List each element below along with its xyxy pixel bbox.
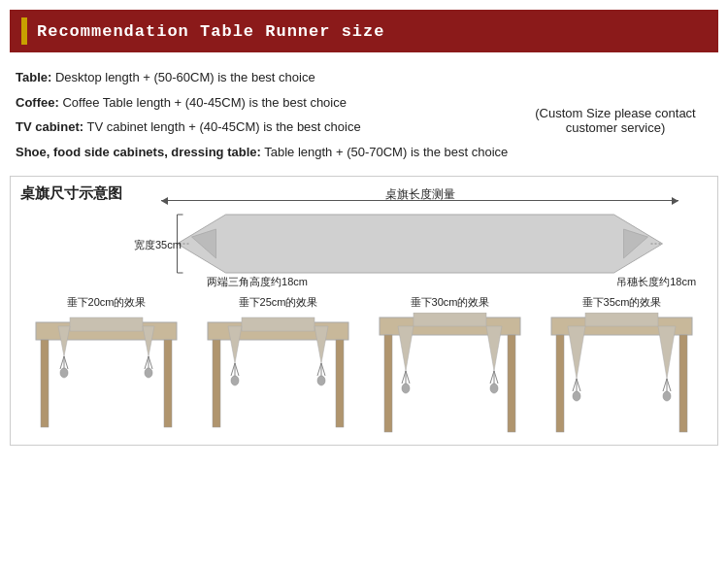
shoe-info: Shoe, food side cabinets, dressing table… bbox=[16, 141, 518, 165]
drop-item-20: 垂下20cm的效果 bbox=[20, 295, 192, 439]
info-left: Table: Desktop length + (50-60CM) is the… bbox=[16, 66, 518, 166]
svg-marker-56 bbox=[658, 326, 676, 379]
svg-point-32 bbox=[231, 376, 239, 385]
svg-line-15 bbox=[60, 356, 64, 369]
drop-diagrams: 垂下20cm的效果 bbox=[20, 295, 708, 439]
svg-line-47 bbox=[490, 371, 494, 384]
svg-rect-39 bbox=[508, 335, 515, 432]
length-arrow bbox=[161, 200, 679, 201]
runner-diagram: 桌旗长度测量 bbox=[132, 184, 708, 291]
tri-label-right: 吊穗长度约18cm bbox=[616, 275, 696, 289]
svg-line-63 bbox=[667, 379, 671, 391]
svg-point-36 bbox=[317, 376, 325, 385]
table-label: Table: bbox=[16, 70, 51, 84]
custom-text: (Custom Size please contact customer ser… bbox=[518, 106, 712, 135]
drop-label-25: 垂下25cm的效果 bbox=[239, 295, 318, 310]
svg-marker-27 bbox=[228, 326, 242, 363]
shoe-text: Table length + (50-70CM) is the best cho… bbox=[264, 145, 508, 159]
svg-line-61 bbox=[663, 379, 667, 391]
svg-rect-25 bbox=[336, 340, 344, 427]
width-label: 宽度35cm bbox=[134, 238, 182, 252]
svg-line-29 bbox=[231, 363, 235, 376]
tv-label: TV cabinet: bbox=[16, 119, 83, 134]
coffee-label: Coffee: bbox=[16, 95, 59, 110]
tv-text: TV cabinet length + (40-45CM) is the bes… bbox=[86, 119, 360, 134]
svg-rect-12 bbox=[70, 317, 143, 331]
runner-svg bbox=[132, 210, 708, 283]
custom-size-note: (Custom Size please contact customer ser… bbox=[518, 66, 712, 166]
drop-item-25: 垂下25cm的效果 bbox=[192, 295, 364, 439]
svg-rect-38 bbox=[384, 335, 392, 432]
svg-marker-55 bbox=[568, 326, 585, 379]
svg-marker-41 bbox=[398, 326, 414, 371]
info-section: Table: Desktop length + (50-60CM) is the… bbox=[0, 60, 728, 170]
header-accent bbox=[21, 17, 27, 45]
drop-svg-35 bbox=[536, 313, 708, 439]
drop-svg-30 bbox=[364, 313, 536, 439]
svg-point-50 bbox=[490, 384, 498, 393]
tv-info: TV cabinet: TV cabinet length + (40-45CM… bbox=[16, 116, 518, 140]
svg-rect-40 bbox=[414, 313, 486, 326]
svg-marker-13 bbox=[58, 326, 70, 356]
svg-point-64 bbox=[663, 391, 671, 401]
svg-point-60 bbox=[573, 391, 580, 401]
svg-marker-28 bbox=[314, 326, 328, 363]
svg-rect-53 bbox=[679, 335, 687, 432]
coffee-info: Coffee: Coffee Table length + (40-45CM) … bbox=[16, 91, 518, 116]
svg-line-35 bbox=[321, 363, 325, 376]
drop-label-30: 垂下30cm的效果 bbox=[411, 295, 490, 310]
diagram-top: 桌旗尺寸示意图 桌旗长度测量 bbox=[20, 184, 708, 291]
diagram-title-cn: 桌旗尺寸示意图 bbox=[20, 184, 122, 203]
svg-point-22 bbox=[145, 368, 152, 378]
drop-svg-20 bbox=[20, 313, 192, 439]
coffee-text: Coffee Table length + (40-45CM) is the b… bbox=[62, 95, 347, 110]
page-title: Recommendation Table Runner size bbox=[37, 22, 384, 41]
drop-item-30: 垂下30cm的效果 bbox=[364, 295, 536, 439]
drop-label-35: 垂下35cm的效果 bbox=[582, 295, 662, 310]
drop-label-20: 垂下20cm的效果 bbox=[67, 295, 147, 310]
svg-line-21 bbox=[149, 356, 152, 369]
tri-label-left: 两端三角高度约18cm bbox=[207, 275, 308, 289]
svg-line-33 bbox=[317, 363, 321, 376]
svg-rect-52 bbox=[556, 335, 564, 432]
table-text: Desktop length + (50-60CM) is the best c… bbox=[55, 70, 315, 84]
svg-point-18 bbox=[60, 368, 68, 378]
svg-rect-54 bbox=[585, 313, 658, 326]
runner-top-view: 桌旗长度测量 bbox=[132, 184, 708, 291]
shoe-label: Shoe, food side cabinets, dressing table… bbox=[16, 145, 261, 159]
diagram-section: 桌旗尺寸示意图 桌旗长度测量 bbox=[10, 176, 718, 446]
drop-svg-25 bbox=[192, 313, 364, 439]
svg-rect-10 bbox=[164, 340, 172, 427]
svg-marker-0 bbox=[178, 215, 663, 273]
svg-line-31 bbox=[235, 363, 239, 376]
svg-marker-42 bbox=[486, 326, 502, 371]
svg-line-45 bbox=[406, 371, 410, 384]
svg-rect-9 bbox=[41, 340, 49, 427]
svg-line-43 bbox=[402, 371, 406, 384]
svg-line-57 bbox=[573, 379, 577, 391]
svg-line-49 bbox=[494, 371, 498, 384]
drop-item-35: 垂下35cm的效果 bbox=[536, 295, 708, 439]
svg-rect-26 bbox=[242, 317, 314, 331]
svg-line-59 bbox=[577, 379, 580, 391]
header-bar: Recommendation Table Runner size bbox=[10, 10, 718, 52]
svg-marker-14 bbox=[143, 326, 154, 356]
svg-point-46 bbox=[402, 384, 410, 393]
svg-line-19 bbox=[145, 356, 149, 369]
table-info: Table: Desktop length + (50-60CM) is the… bbox=[16, 66, 518, 90]
svg-line-17 bbox=[64, 356, 68, 369]
svg-rect-24 bbox=[213, 340, 220, 427]
